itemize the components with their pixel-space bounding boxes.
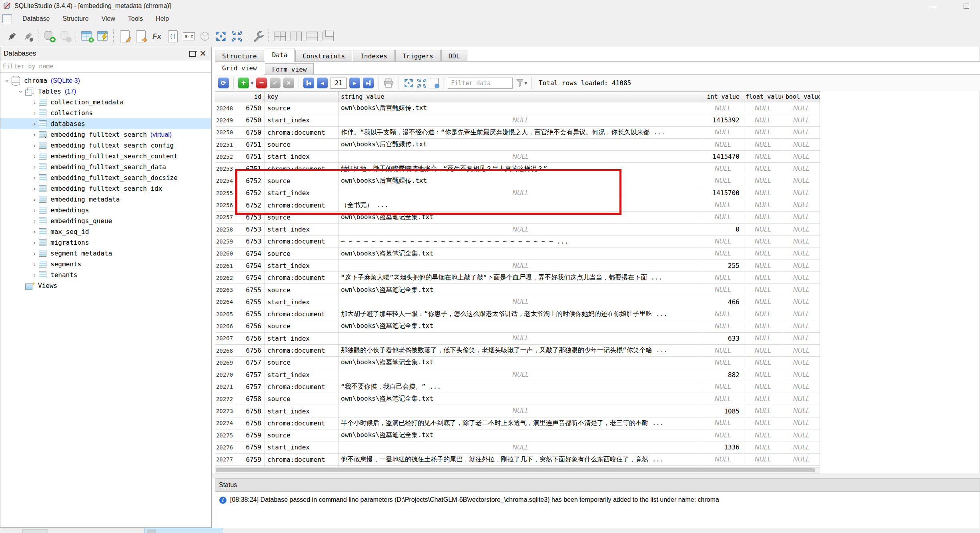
- cell[interactable]: NULL: [783, 381, 820, 393]
- sidebar-item-max-seq-id[interactable]: ›max_seq_id: [0, 226, 211, 237]
- mdi-grid-icon[interactable]: [272, 28, 288, 44]
- cell[interactable]: NULL: [703, 163, 743, 175]
- cell[interactable]: 6752: [234, 175, 265, 187]
- cell[interactable]: NULL: [783, 405, 820, 417]
- sidebar-item-migrations[interactable]: ›migrations: [0, 237, 211, 248]
- cell[interactable]: NULL: [783, 102, 820, 114]
- cell[interactable]: start_index: [265, 187, 339, 199]
- cell[interactable]: NULL: [743, 187, 783, 199]
- minimize-button[interactable]: —: [928, 2, 939, 10]
- cell[interactable]: 6758: [234, 393, 265, 405]
- cell[interactable]: 6759: [234, 429, 265, 441]
- table-row[interactable]: 202736758start_indexNULL1085NULLNULL: [215, 405, 820, 417]
- commit-button[interactable]: ✓: [270, 78, 281, 88]
- cell[interactable]: own\books\盗墓笔记全集.txt: [339, 357, 703, 369]
- cell[interactable]: NULL: [783, 236, 820, 248]
- cell[interactable]: 6759: [234, 441, 265, 453]
- cell[interactable]: 6753: [234, 212, 265, 224]
- table-row[interactable]: 202576753sourceown\books\盗墓笔记全集.txtNULLN…: [215, 212, 820, 224]
- cell[interactable]: 882: [703, 369, 743, 381]
- cell[interactable]: NULL: [783, 272, 820, 284]
- cell[interactable]: NULL: [783, 296, 820, 308]
- table-row[interactable]: 202666756sourceown\books\盗墓笔记全集.txtNULLN…: [215, 320, 820, 332]
- remove-database-icon[interactable]: [58, 28, 74, 44]
- cell[interactable]: NULL: [339, 441, 703, 453]
- cell[interactable]: source: [265, 393, 339, 405]
- cell[interactable]: NULL: [743, 127, 783, 139]
- cell[interactable]: source: [265, 175, 339, 187]
- cell[interactable]: NULL: [743, 345, 783, 357]
- sidebar-item-embeddings[interactable]: ›embeddings: [0, 205, 211, 216]
- cell[interactable]: NULL: [783, 114, 820, 126]
- cell[interactable]: 6754: [234, 260, 265, 272]
- table-row[interactable]: 202546752sourceown\books\后宫甄嬛传.txtNULLNU…: [215, 175, 820, 187]
- table-row[interactable]: 202616754start_indexNULL255NULLNULL: [215, 260, 820, 272]
- cell[interactable]: 0: [703, 224, 743, 236]
- table-row[interactable]: 202536751chroma:document她怔怔地，微干的嘴唇喃喃地张合，…: [215, 163, 820, 175]
- row-number-cell[interactable]: 20257: [215, 212, 234, 224]
- cell[interactable]: 6753: [234, 236, 265, 248]
- cell[interactable]: start_index: [265, 151, 339, 163]
- cell[interactable]: NULL: [339, 369, 703, 381]
- cell[interactable]: own\books\盗墓笔记全集.txt: [339, 248, 703, 260]
- format-cell-icon[interactable]: [430, 78, 439, 88]
- float-panel-button[interactable]: [187, 49, 198, 58]
- cell[interactable]: NULL: [743, 333, 783, 345]
- cell[interactable]: NULL: [703, 429, 743, 441]
- cell[interactable]: NULL: [339, 333, 703, 345]
- table-row[interactable]: 202566752chroma:document（全书完） ...NULLNUL…: [215, 199, 820, 211]
- cell[interactable]: NULL: [743, 284, 783, 296]
- chevron-right-icon[interactable]: ›: [30, 239, 39, 247]
- cell[interactable]: chroma:document: [265, 199, 339, 211]
- cell[interactable]: 6759: [234, 454, 265, 466]
- cell[interactable]: source: [265, 320, 339, 332]
- sidebar-item-segment-metadata[interactable]: ›segment_metadata: [0, 248, 211, 259]
- cell[interactable]: NULL: [783, 248, 820, 260]
- cell[interactable]: 633: [703, 333, 743, 345]
- chevron-right-icon[interactable]: ›: [30, 98, 39, 106]
- column-header-float-value[interactable]: float_value: [743, 92, 783, 102]
- cell[interactable]: NULL: [743, 199, 783, 211]
- table-row[interactable]: 202556752start_indexNULL1415700NULLNULL: [215, 187, 820, 199]
- cell[interactable]: NULL: [783, 308, 820, 320]
- cell[interactable]: NULL: [703, 175, 743, 187]
- cell[interactable]: NULL: [703, 393, 743, 405]
- table-row[interactable]: 202596753chroma:document~ ~ ~ ~ ~ ~ ~ ~ …: [215, 236, 820, 248]
- sidebar-item-embedding-fulltext-search[interactable]: ›vembedding_fulltext_search(virtual): [0, 129, 211, 140]
- cell[interactable]: NULL: [783, 369, 820, 381]
- row-number-cell[interactable]: 20262: [215, 272, 234, 284]
- grid-filter-input[interactable]: [448, 78, 513, 89]
- table-row[interactable]: 202726758sourceown\books\盗墓笔记全集.txtNULLN…: [215, 393, 820, 405]
- row-number-cell[interactable]: 20266: [215, 320, 234, 332]
- cell[interactable]: NULL: [743, 357, 783, 369]
- row-number-cell[interactable]: 20271: [215, 381, 234, 393]
- cell[interactable]: source: [265, 284, 339, 296]
- add-database-icon[interactable]: [42, 28, 58, 44]
- restore-button[interactable]: [961, 2, 972, 10]
- tab-ddl[interactable]: DDL: [441, 50, 467, 62]
- cell[interactable]: 6753: [234, 224, 265, 236]
- cell[interactable]: （全书完） ...: [339, 199, 703, 211]
- tab-constraints[interactable]: Constraints: [295, 50, 352, 62]
- cell[interactable]: NULL: [743, 260, 783, 272]
- cell[interactable]: 1415700: [703, 187, 743, 199]
- table-row[interactable]: 202706757start_indexNULL882NULLNULL: [215, 369, 820, 381]
- connect-icon[interactable]: [4, 28, 20, 44]
- row-number-cell[interactable]: 20275: [215, 429, 234, 441]
- cell[interactable]: NULL: [743, 405, 783, 417]
- cell[interactable]: NULL: [783, 139, 820, 151]
- brackets-icon[interactable]: (): [165, 28, 181, 44]
- open-sql-editor-icon[interactable]: [95, 28, 111, 44]
- horizontal-scrollbar[interactable]: [215, 467, 820, 473]
- sidebar-item-tenants[interactable]: ›tenants: [0, 269, 211, 280]
- cell[interactable]: source: [265, 139, 339, 151]
- cell[interactable]: own\books\盗墓笔记全集.txt: [339, 429, 703, 441]
- cell[interactable]: NULL: [783, 284, 820, 296]
- cell[interactable]: NULL: [783, 320, 820, 332]
- cell[interactable]: NULL: [703, 248, 743, 260]
- row-number-cell[interactable]: 20272: [215, 393, 234, 405]
- sidebar-item-embeddings-queue[interactable]: ›embeddings_queue: [0, 216, 211, 226]
- cell[interactable]: NULL: [703, 357, 743, 369]
- cell[interactable]: source: [265, 212, 339, 224]
- column-header-string-value[interactable]: string_value: [339, 92, 703, 102]
